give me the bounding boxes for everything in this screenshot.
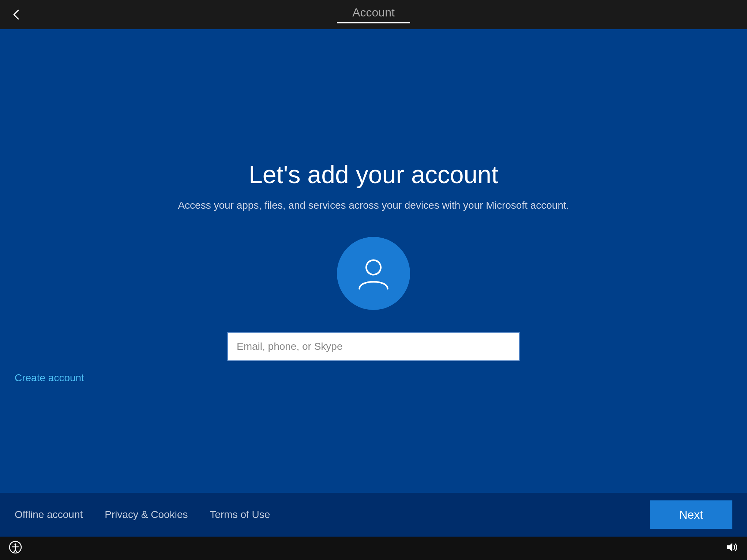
top-bar: Account xyxy=(0,0,747,29)
main-content: Let's add your account Access your apps,… xyxy=(0,29,747,493)
taskbar-left xyxy=(9,541,22,556)
svg-marker-7 xyxy=(727,543,732,552)
email-input[interactable] xyxy=(227,332,520,361)
svg-line-6 xyxy=(15,550,17,552)
top-bar-title: Account xyxy=(352,6,395,19)
top-bar-title-area: Account xyxy=(337,6,410,23)
taskbar-right xyxy=(725,541,738,556)
bottom-links: Offline account Privacy & Cookies Terms … xyxy=(15,509,270,521)
taskbar xyxy=(0,537,747,560)
page-subtitle: Access your apps, files, and services ac… xyxy=(178,200,569,211)
avatar xyxy=(337,237,410,310)
top-bar-progress-bar xyxy=(337,22,410,23)
svg-point-2 xyxy=(15,543,16,545)
back-button[interactable] xyxy=(11,9,23,20)
create-account-link[interactable]: Create account xyxy=(15,372,307,384)
terms-of-use-link[interactable]: Terms of Use xyxy=(210,509,270,521)
user-avatar-icon xyxy=(353,253,394,294)
privacy-cookies-link[interactable]: Privacy & Cookies xyxy=(105,509,188,521)
offline-account-link[interactable]: Offline account xyxy=(15,509,83,521)
svg-point-0 xyxy=(366,260,381,275)
page-title: Let's add your account xyxy=(249,160,498,189)
next-button[interactable]: Next xyxy=(650,500,732,529)
bottom-bar: Offline account Privacy & Cookies Terms … xyxy=(0,493,747,537)
accessibility-icon[interactable] xyxy=(9,541,22,556)
email-input-container xyxy=(227,332,520,361)
volume-icon[interactable] xyxy=(725,541,738,556)
